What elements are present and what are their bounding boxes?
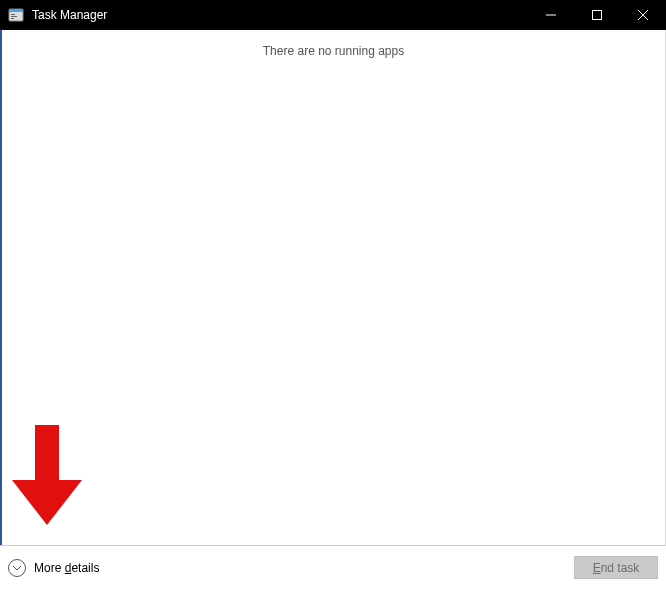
- maximize-button[interactable]: [574, 0, 620, 30]
- task-manager-icon: [8, 7, 24, 23]
- annotation-arrow-down-icon: [12, 425, 82, 525]
- footer-bar: More details End task: [0, 545, 666, 589]
- title-bar: Task Manager: [0, 0, 666, 30]
- close-button[interactable]: [620, 0, 666, 30]
- svg-rect-6: [593, 11, 602, 20]
- svg-rect-1: [9, 9, 23, 12]
- window-title: Task Manager: [32, 8, 107, 22]
- svg-rect-4: [11, 18, 14, 19]
- empty-state-message: There are no running apps: [2, 30, 665, 58]
- more-details-toggle[interactable]: More details: [8, 559, 99, 577]
- more-details-label: More details: [34, 561, 99, 575]
- end-task-button: End task: [574, 556, 658, 579]
- process-list-area: There are no running apps: [0, 30, 666, 545]
- svg-marker-9: [12, 425, 82, 525]
- svg-rect-2: [11, 14, 15, 15]
- chevron-down-circle-icon: [8, 559, 26, 577]
- minimize-button[interactable]: [528, 0, 574, 30]
- svg-rect-3: [11, 16, 17, 17]
